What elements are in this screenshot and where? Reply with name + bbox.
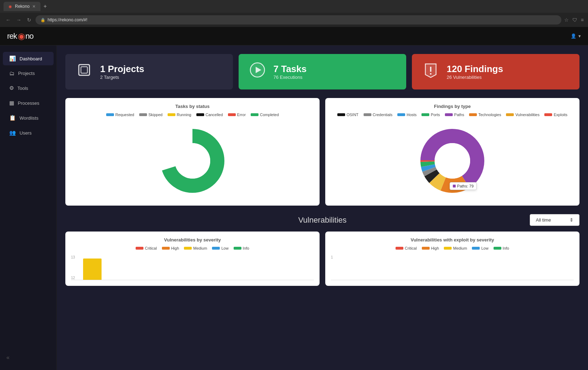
users-icon: 👥: [9, 130, 16, 136]
legend-dot-exploit-high: [422, 247, 430, 250]
sidebar-item-label-tools: Tools: [17, 86, 28, 91]
findings-stat-icon: [422, 61, 440, 82]
nav-refresh-button[interactable]: ↻: [26, 16, 33, 24]
vulnerabilities-section-header: Vulnerabilities All time ⇕: [65, 214, 579, 226]
vuln-exploit-legend: Critical High Medium Low: [331, 246, 574, 250]
browser-chrome: ◉ Rekono ✕ +: [0, 0, 588, 13]
svg-point-8: [175, 143, 210, 179]
projects-stat-text: 1 Projects 2 Targets: [100, 64, 144, 80]
y-label-13: 13: [71, 255, 314, 259]
legend-skipped: Skipped: [139, 113, 163, 117]
y-label-1: 1: [331, 255, 333, 259]
legend-label-exploit-low: Low: [481, 246, 488, 250]
legend-dot-hosts: [397, 113, 405, 116]
legend-dot-requested: [106, 113, 114, 116]
app-container: rek ◉ no 👤 ▾ 📊 Dashboard 🗂 Projects ⚙ To…: [0, 27, 588, 370]
vuln-exploit-title: Vulnerabilities with exploit by severity: [331, 237, 574, 243]
y-axis-labels: 13 12: [71, 255, 314, 280]
logo-text-before: rek: [7, 32, 17, 41]
legend-dot-running: [168, 113, 175, 116]
legend-requested: Requested: [106, 113, 134, 117]
findings-stat-text: 120 Findings 26 Vulnerabilities: [447, 64, 503, 80]
legend-exploits: Exploits: [544, 113, 567, 117]
main-content: 1 Projects 2 Targets 7 Tasks 76 Execu: [57, 45, 588, 370]
sidebar-item-tools[interactable]: ⚙ Tools: [3, 81, 54, 95]
legend-paths: Paths: [445, 113, 464, 117]
tools-icon: ⚙: [9, 85, 14, 91]
findings-by-type-chart: Findings by type OSINT Credentials Ho: [325, 98, 579, 206]
legend-credentials: Credentials: [364, 113, 393, 117]
browser-tab[interactable]: ◉ Rekono ✕: [4, 2, 40, 11]
y-label-12: 12: [71, 276, 314, 280]
legend-hosts: Hosts: [397, 113, 416, 117]
collapse-icon: «: [6, 354, 10, 360]
legend-dot-exploits: [544, 113, 552, 116]
legend-label-critical: Critical: [145, 246, 157, 250]
url-bar[interactable]: 🔒 https://rekono.com/#!: [36, 15, 561, 25]
findings-stat-main: 120 Findings: [447, 64, 503, 75]
legend-cancelled: Cancelled: [196, 113, 223, 117]
legend-critical: Critical: [136, 246, 157, 250]
vuln-severity-bar-area: 13 12: [71, 255, 314, 280]
sidebar-item-label-projects: Projects: [18, 71, 35, 76]
menu-icon[interactable]: ≡: [581, 17, 584, 23]
new-tab-button[interactable]: +: [43, 3, 47, 10]
tab-title: Rekono: [15, 4, 29, 9]
tasks-chart-title: Tasks by status: [71, 104, 314, 109]
sidebar-item-label-wordlists: Wordlists: [20, 115, 38, 121]
sidebar-item-dashboard[interactable]: 📊 Dashboard: [3, 52, 54, 65]
stat-cards-row: 1 Projects 2 Targets 7 Tasks 76 Execu: [65, 54, 579, 89]
findings-chart-legend: OSINT Credentials Hosts Ports: [331, 113, 574, 117]
legend-dot-exploit-medium: [444, 247, 452, 250]
legend-dot-exploit-low: [472, 247, 480, 250]
tab-favicon: ◉: [9, 4, 12, 9]
legend-label-skipped: Skipped: [148, 113, 163, 117]
legend-dot-info: [234, 247, 241, 250]
legend-label-vulnerabilities: Vulnerabilities: [515, 113, 539, 117]
legend-dot-technologies: [469, 113, 477, 116]
bookmark-icon[interactable]: ☆: [564, 17, 569, 23]
sidebar-collapse-button[interactable]: «: [0, 351, 56, 364]
legend-dot-vulnerabilities: [506, 113, 514, 116]
time-filter-select[interactable]: All time ⇕: [530, 214, 579, 226]
legend-label-info: Info: [243, 246, 249, 250]
sidebar-item-label-users: Users: [20, 130, 32, 136]
legend-exploit-info: Info: [494, 246, 509, 250]
legend-label-exploit-critical: Critical: [405, 246, 417, 250]
tooltip-color-dot: [453, 185, 456, 187]
sidebar-item-label-processes: Processes: [18, 100, 39, 106]
nav-back-button[interactable]: ←: [4, 16, 12, 24]
legend-exploit-medium: Medium: [444, 246, 467, 250]
sidebar-item-projects[interactable]: 🗂 Projects: [3, 67, 54, 80]
tasks-stat-sub: 76 Executions: [273, 75, 306, 80]
legend-label-technologies: Technologies: [478, 113, 501, 117]
tab-close-button[interactable]: ✕: [32, 4, 36, 9]
user-icon: 👤: [571, 33, 576, 39]
sidebar-item-processes[interactable]: ▦ Processes: [3, 96, 54, 110]
nav-forward-button[interactable]: →: [15, 16, 23, 24]
findings-donut-chart: Paths: 79: [331, 122, 574, 200]
vuln-severity-legend: Critical High Medium Low: [71, 246, 314, 250]
findings-stat-sub: 26 Vulnerabilities: [447, 75, 503, 80]
tasks-by-status-chart: Tasks by status Requested Skipped Run: [65, 98, 320, 206]
svg-rect-4: [430, 67, 431, 72]
legend-ports: Ports: [421, 113, 440, 117]
legend-dot-ports: [421, 113, 429, 116]
vuln-filter-container: All time ⇕: [408, 214, 579, 226]
sidebar-item-wordlists[interactable]: 📋 Wordlists: [3, 111, 54, 125]
legend-label-high: High: [171, 246, 179, 250]
user-menu[interactable]: 👤 ▾: [571, 33, 581, 39]
legend-high: High: [162, 246, 179, 250]
legend-dot-high: [162, 247, 170, 250]
projects-stat-icon: [75, 61, 93, 82]
tasks-donut-chart: [71, 122, 314, 200]
time-filter-chevron-icon: ⇕: [570, 217, 573, 223]
vuln-exploit-bar-area: 1: [331, 255, 574, 280]
sidebar-item-users[interactable]: 👥 Users: [3, 126, 54, 140]
processes-icon: ▦: [9, 100, 14, 106]
legend-exploit-critical: Critical: [396, 246, 417, 250]
legend-label-error: Error: [237, 113, 246, 117]
vuln-by-severity-chart: Vulnerabilities by severity Critical Hig…: [65, 232, 320, 286]
legend-vulnerabilities: Vulnerabilities: [506, 113, 539, 117]
svg-rect-0: [79, 65, 89, 75]
